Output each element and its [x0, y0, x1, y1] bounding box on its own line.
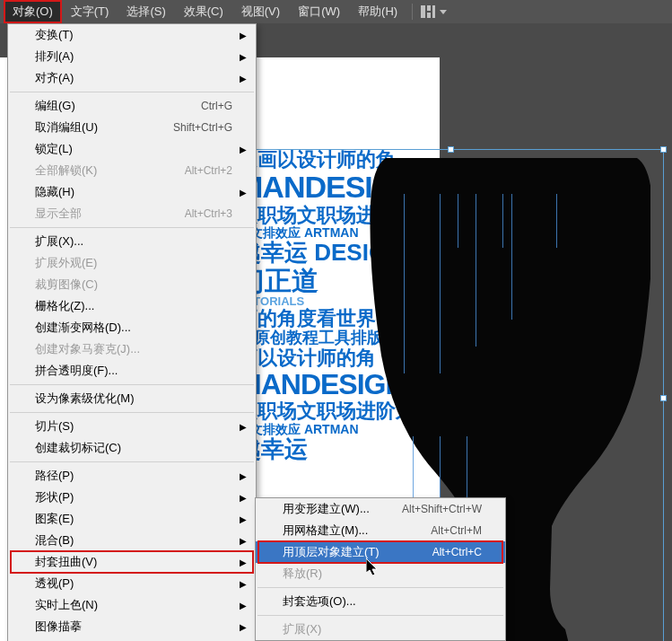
menu-item-l[interactable]: 锁定(L)▶	[8, 138, 256, 160]
envelope-distort-submenu[interactable]: 用变形建立(W)...Alt+Shift+Ctrl+W用网格建立(M)...Al…	[255, 497, 506, 641]
menu-item-n[interactable]: 实时上色(N)▶	[8, 594, 256, 616]
menu-item-label: 栅格化(Z)...	[35, 298, 94, 314]
submenu-arrow-icon: ▶	[240, 601, 247, 610]
svg-rect-2	[427, 13, 431, 18]
menu-object[interactable]: 对象(O)	[4, 0, 62, 23]
guide-line	[404, 194, 405, 373]
menu-item-g[interactable]: 编组(G)Ctrl+G	[8, 95, 256, 117]
menu-separator	[10, 92, 254, 92]
menu-help[interactable]: 帮助(H)	[349, 0, 406, 23]
menu-item-label: 切片(S)	[35, 418, 74, 435]
menu-item-d[interactable]: 创建渐变网格(D)...	[8, 317, 256, 338]
menubar-separator	[412, 4, 413, 20]
menu-item-e[interactable]: 图案(E)▶	[8, 508, 256, 530]
menu-item-label: 用变形建立(W)...	[283, 501, 370, 517]
menu-item-label: 混合(B)	[35, 532, 74, 549]
menu-item-label: 变换(T)	[35, 27, 74, 43]
submenu-arrow-icon: ▶	[240, 558, 247, 567]
menu-item-label: 图案(E)	[35, 511, 74, 527]
menu-item-label: 创建裁切标记(C)	[35, 440, 121, 456]
menu-type[interactable]: 文字(T)	[62, 0, 118, 23]
menu-item-: 显示全部Alt+Ctrl+3	[8, 203, 256, 224]
submenu-arrow-icon: ▶	[240, 422, 247, 432]
menu-item-label: 编组(G)	[35, 98, 75, 114]
menu-select[interactable]: 选择(S)	[118, 0, 174, 23]
menu-item-c: 裁剪图像(C)	[8, 274, 256, 295]
menu-item-j: 创建对象马赛克(J)...	[8, 338, 256, 360]
submenu-item-w[interactable]: 用变形建立(W)...Alt+Shift+Ctrl+W	[256, 498, 505, 520]
menu-item-a[interactable]: 排列(A)▶	[8, 46, 256, 67]
menu-item-shortcut: Alt+Shift+Ctrl+W	[402, 503, 482, 515]
submenu-item-m[interactable]: 用网格建立(M)...Alt+Ctrl+M	[256, 520, 505, 541]
menu-item-x[interactable]: 扩展(X)...	[8, 231, 256, 252]
menu-item-label: 创建渐变网格(D)...	[35, 320, 131, 336]
svg-rect-3	[432, 5, 435, 18]
submenu-arrow-icon: ▶	[240, 188, 247, 198]
menu-view[interactable]: 视图(V)	[232, 0, 289, 23]
menu-item-p[interactable]: 路径(P)▶	[8, 465, 256, 487]
menu-item-a[interactable]: 对齐(A)▶	[8, 67, 256, 89]
menu-separator	[10, 412, 254, 413]
menu-item-shortcut: Alt+Ctrl+2	[185, 164, 232, 177]
menu-item-shortcut: Ctrl+G	[201, 100, 232, 112]
menu-item-label: 隐藏(H)	[35, 184, 74, 200]
arrange-dropdown-icon[interactable]	[438, 3, 449, 21]
menu-item-label: 全部解锁(K)	[35, 162, 97, 179]
menu-item-label: 锁定(L)	[35, 141, 73, 157]
menu-item-shortcut: Shift+Ctrl+G	[173, 121, 232, 134]
submenu-arrow-icon: ▶	[240, 31, 247, 40]
menu-separator	[257, 587, 503, 588]
svg-rect-0	[421, 5, 425, 18]
guide-line	[511, 194, 512, 320]
guide-line	[556, 194, 557, 248]
menu-item-s[interactable]: 切片(S)▶	[8, 416, 256, 437]
handle-middle-right[interactable]	[660, 395, 667, 401]
menu-item-b[interactable]: 混合(B)▶	[8, 530, 256, 551]
menu-item-label: 用顶层对象建立(T)	[283, 544, 380, 560]
menu-window[interactable]: 窗口(W)	[289, 0, 349, 23]
menu-item-label: 创建对象马赛克(J)...	[35, 341, 140, 357]
menu-item-p[interactable]: 透视(P)▶	[8, 573, 256, 594]
menu-item-u[interactable]: 取消编组(U)Shift+Ctrl+G	[8, 117, 256, 138]
menu-item-label: 对齐(A)	[35, 70, 74, 86]
submenu-arrow-icon: ▶	[240, 145, 247, 154]
handle-top-right[interactable]	[660, 146, 667, 153]
object-menu-dropdown[interactable]: 变换(T)▶排列(A)▶对齐(A)▶编组(G)Ctrl+G取消编组(U)Shif…	[7, 23, 257, 641]
menu-item-label: 释放(R)	[283, 566, 322, 582]
menu-item-label: 透视(P)	[35, 575, 74, 592]
menu-item-h[interactable]: 隐藏(H)▶	[8, 181, 256, 203]
menu-item-m[interactable]: 设为像素级优化(M)	[8, 388, 256, 409]
menu-item-label: 路径(P)	[35, 468, 74, 484]
menu-effect[interactable]: 效果(C)	[175, 0, 232, 23]
menu-item-[interactable]: 图像描摹▶	[8, 616, 256, 637]
menu-item-label: 封套选项(O)...	[283, 593, 356, 610]
menu-item-label: 扩展(X)	[283, 621, 321, 637]
menu-item-label: 图像描摹	[35, 619, 82, 635]
guide-line	[440, 194, 441, 373]
submenu-item-t[interactable]: 用顶层对象建立(T)Alt+Ctrl+C	[256, 541, 505, 563]
menu-item-z[interactable]: 栅格化(Z)...	[8, 295, 256, 317]
menu-item-label: 扩展外观(E)	[35, 255, 97, 271]
guide-line	[502, 194, 503, 248]
submenu-arrow-icon: ▶	[240, 536, 247, 546]
menu-item-label: 扩展(X)...	[35, 233, 83, 250]
main-menubar[interactable]: 对象(O) 文字(T) 选择(S) 效果(C) 视图(V) 窗口(W) 帮助(H…	[0, 0, 672, 23]
menu-item-label: 显示全部	[35, 206, 82, 222]
menu-item-shortcut: Alt+Ctrl+M	[431, 524, 482, 537]
submenu-item-r: 释放(R)	[256, 563, 505, 584]
arrange-icon[interactable]	[418, 3, 438, 21]
submenu-arrow-icon: ▶	[240, 493, 247, 503]
menu-separator	[257, 615, 503, 616]
handle-top-middle[interactable]	[448, 146, 454, 153]
menu-item-w[interactable]: 文本绕排(W)▶	[8, 637, 256, 641]
menu-separator	[10, 384, 254, 385]
menu-item-p[interactable]: 形状(P)▶	[8, 487, 256, 508]
menu-item-t[interactable]: 变换(T)▶	[8, 24, 256, 46]
menu-item-label: 拼合透明度(F)...	[35, 363, 118, 379]
submenu-item-o[interactable]: 封套选项(O)...	[256, 591, 505, 612]
menu-item-v[interactable]: 封套扭曲(V)▶	[8, 551, 256, 573]
guide-line	[458, 194, 458, 248]
menu-item-c[interactable]: 创建裁切标记(C)	[8, 437, 256, 459]
menu-item-f[interactable]: 拼合透明度(F)...	[8, 360, 256, 382]
menu-item-label: 取消编组(U)	[35, 119, 98, 136]
